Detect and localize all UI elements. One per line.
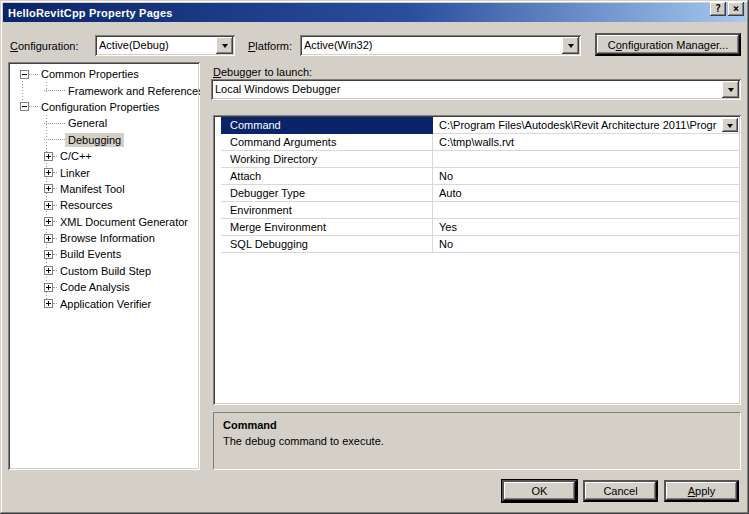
chevron-down-icon[interactable] — [216, 37, 233, 54]
property-name[interactable]: Command — [221, 117, 433, 134]
expander-minus-icon[interactable] — [20, 102, 29, 111]
tree-item-code-analysis[interactable]: Code Analysis — [10, 279, 198, 295]
expander-plus-icon[interactable] — [44, 168, 53, 177]
tree-connector — [29, 74, 38, 75]
grid-row-working-directory[interactable]: Working Directory — [215, 151, 739, 168]
apply-button[interactable]: Apply — [664, 480, 739, 502]
grid-row-merge-environment[interactable]: Merge Environment Yes — [215, 219, 739, 236]
dropdown-arrow-glyph — [222, 44, 228, 48]
grid-row-command[interactable]: Command C:\Program Files\Autodesk\Revit … — [215, 117, 739, 134]
tree-item-application-verifier[interactable]: Application Verifier — [10, 295, 198, 311]
property-value[interactable]: Auto — [433, 185, 739, 202]
platform-dropdown[interactable]: Active(Win32) — [300, 35, 581, 56]
tree-connector — [44, 139, 65, 140]
tree-item-custom-build-step[interactable]: Custom Build Step — [10, 263, 198, 279]
dropdown-arrow-glyph — [728, 88, 734, 92]
expander-plus-icon[interactable] — [44, 152, 53, 161]
property-value[interactable] — [433, 151, 739, 168]
property-name[interactable]: Debugger Type — [221, 185, 433, 202]
property-name[interactable]: SQL Debugging — [221, 236, 433, 253]
debugger-to-launch-value: Local Windows Debugger — [215, 83, 719, 95]
tree-item-build-events[interactable]: Build Events — [10, 246, 198, 262]
grid-row-sql-debugging[interactable]: SQL Debugging No — [215, 236, 739, 253]
expander-minus-icon[interactable] — [20, 70, 29, 79]
property-tree: Common Properties Framework and Referenc… — [8, 62, 200, 470]
tree-item-general[interactable]: General — [10, 115, 198, 131]
debugger-to-launch-label: Debugger to launch: — [213, 66, 312, 78]
property-value[interactable]: No — [433, 168, 739, 185]
chevron-down-icon[interactable] — [722, 118, 738, 132]
tree-item-framework-and-references[interactable]: Framework and References — [10, 82, 198, 98]
dropdown-arrow-glyph — [568, 44, 574, 48]
grid-row-debugger-type[interactable]: Debugger Type Auto — [215, 185, 739, 202]
property-value[interactable] — [433, 202, 739, 219]
expander-plus-icon[interactable] — [44, 299, 53, 308]
tree-connector — [44, 90, 65, 91]
tree-item-browse-information[interactable]: Browse Information — [10, 230, 198, 246]
property-name[interactable]: Command Arguments — [221, 134, 433, 151]
expander-plus-icon[interactable] — [44, 184, 53, 193]
title-bar[interactable]: HelloRevitCpp Property Pages — [3, 3, 746, 22]
expander-plus-icon[interactable] — [44, 283, 53, 292]
tree-item-linker[interactable]: Linker — [10, 164, 198, 180]
property-pages-dialog: HelloRevitCpp Property Pages ? × Configu… — [0, 0, 749, 514]
chevron-down-icon[interactable] — [722, 81, 739, 98]
tree-connector — [29, 106, 38, 107]
property-name[interactable]: Attach — [221, 168, 433, 185]
property-grid: Command C:\Program Files\Autodesk\Revit … — [213, 115, 741, 405]
grid-row-command-arguments[interactable]: Command Arguments C:\tmp\walls.rvt — [215, 134, 739, 151]
property-name[interactable]: Merge Environment — [221, 219, 433, 236]
property-value[interactable]: No — [433, 236, 739, 253]
tree-connector — [44, 123, 65, 124]
tree-item-common-properties[interactable]: Common Properties — [10, 66, 198, 82]
cancel-button[interactable]: Cancel — [583, 480, 658, 502]
expander-plus-icon[interactable] — [44, 250, 53, 259]
grid-row-attach[interactable]: Attach No — [215, 168, 739, 185]
property-description-panel: Command The debug command to execute. — [213, 412, 741, 470]
close-icon[interactable]: × — [728, 2, 744, 16]
dropdown-arrow-glyph — [727, 124, 733, 128]
description-title: Command — [223, 419, 731, 431]
tree-item-configuration-properties[interactable]: Configuration Properties — [10, 99, 198, 115]
property-name[interactable]: Working Directory — [221, 151, 433, 168]
tree-item-xml-document-generator[interactable]: XML Document Generator — [10, 214, 198, 230]
tree-item-debugging[interactable]: Debugging — [10, 132, 198, 148]
tree-item-c-cpp[interactable]: C/C++ — [10, 148, 198, 164]
tree-item-manifest-tool[interactable]: Manifest Tool — [10, 181, 198, 197]
configuration-dropdown-value: Active(Debug) — [99, 39, 213, 51]
chevron-down-icon[interactable] — [562, 37, 579, 54]
platform-label: Platform: — [248, 40, 292, 52]
description-text: The debug command to execute. — [223, 435, 731, 447]
help-icon[interactable]: ? — [710, 2, 726, 16]
expander-plus-icon[interactable] — [44, 201, 53, 210]
expander-plus-icon[interactable] — [44, 266, 53, 275]
window-title: HelloRevitCpp Property Pages — [8, 7, 173, 19]
platform-dropdown-value: Active(Win32) — [304, 39, 559, 51]
property-name[interactable]: Environment — [221, 202, 433, 219]
configuration-manager-button[interactable]: Configuration Manager... — [595, 33, 741, 56]
expander-plus-icon[interactable] — [44, 234, 53, 243]
ok-button[interactable]: OK — [502, 480, 577, 502]
tree-item-resources[interactable]: Resources — [10, 197, 198, 213]
configuration-label: Configuration: — [10, 40, 79, 52]
property-value[interactable]: Yes — [433, 219, 739, 236]
property-value[interactable]: C:\tmp\walls.rvt — [433, 134, 739, 151]
debugger-to-launch-dropdown[interactable]: Local Windows Debugger — [211, 79, 741, 100]
expander-plus-icon[interactable] — [44, 217, 53, 226]
property-value[interactable]: C:\Program Files\Autodesk\Revit Architec… — [433, 117, 739, 134]
grid-row-environment[interactable]: Environment — [215, 202, 739, 219]
configuration-dropdown[interactable]: Active(Debug) — [95, 35, 235, 56]
